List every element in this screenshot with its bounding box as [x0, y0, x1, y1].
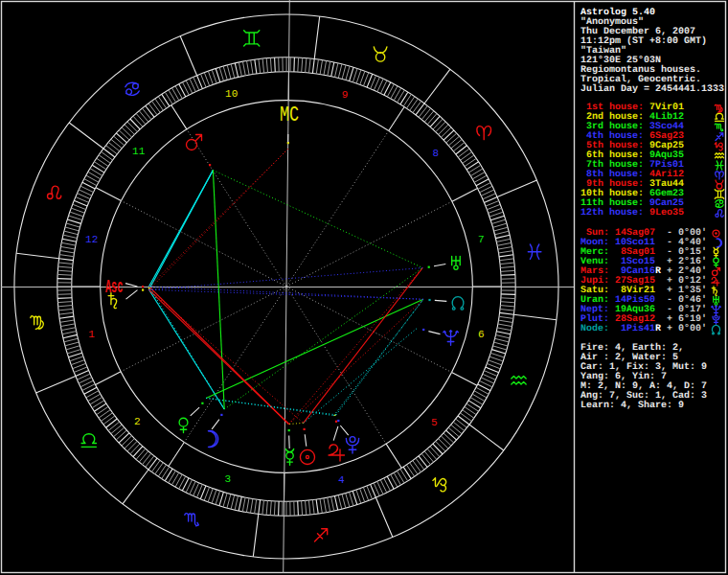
svg-text:Asc: Asc: [105, 277, 123, 299]
svg-text:4: 4: [338, 474, 345, 486]
svg-text:5: 5: [431, 417, 438, 428]
svg-text:8: 8: [432, 148, 439, 159]
svg-text:MC: MC: [280, 104, 299, 127]
svg-text:7: 7: [478, 234, 485, 245]
svg-text:2: 2: [134, 416, 141, 427]
svg-text:3: 3: [225, 473, 232, 485]
svg-text:10: 10: [225, 88, 238, 100]
svg-text:12: 12: [85, 234, 98, 245]
svg-text:11: 11: [132, 146, 146, 157]
svg-text:6: 6: [478, 329, 485, 340]
svg-text:9: 9: [342, 89, 349, 101]
svg-text:1: 1: [88, 329, 95, 340]
